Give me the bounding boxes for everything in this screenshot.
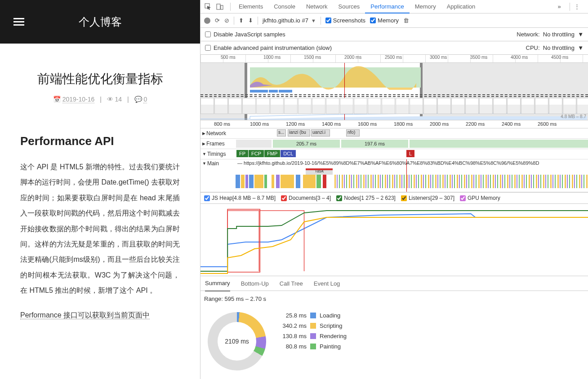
svg-rect-14 xyxy=(303,175,316,188)
summary-donut: 2109 ms xyxy=(208,312,266,370)
view-count: 14 xyxy=(115,96,122,103)
memory-chart[interactable] xyxy=(200,204,588,276)
post-paragraph: Performance 接口可以获取到当前页面中 xyxy=(20,308,180,323)
summary-body: 2109 ms 25.8 msLoading340.2 msScripting1… xyxy=(204,307,584,376)
overview-ruler[interactable]: 500 ms 1000 ms 1500 ms 2000 ms 2500 ms 3… xyxy=(200,55,588,63)
chevron-down-icon[interactable]: ▼ xyxy=(311,18,316,23)
svg-rect-5 xyxy=(241,175,245,188)
svg-rect-4 xyxy=(236,175,240,188)
timings-track[interactable]: ▼ Timings FPFCPFMPDCL L xyxy=(200,149,588,159)
trash-icon[interactable]: 🗑 xyxy=(403,17,409,24)
summary-legend: 25.8 msLoading340.2 msScripting130.8 msR… xyxy=(275,312,347,370)
tab-bottom-up[interactable]: Bottom-Up xyxy=(241,276,269,291)
main-url: — https://jkfhto.github.io/2019-10-16/%E… xyxy=(236,159,588,167)
device-icon[interactable] xyxy=(216,3,224,11)
post-date[interactable]: 2019-10-16 xyxy=(62,96,95,103)
legend-js-heap[interactable]: JS Heap[4.8 MB – 8.7 MB] xyxy=(204,195,276,201)
tab-elements[interactable]: Elements xyxy=(233,0,268,13)
legend-listeners[interactable]: Listeners[29 – 307] xyxy=(401,195,454,201)
svg-rect-1 xyxy=(217,4,220,9)
advanced-paint-row: Enable advanced paint instrumentation (s… xyxy=(200,41,588,55)
tab-console[interactable]: Console xyxy=(268,0,301,13)
svg-rect-16 xyxy=(323,175,326,188)
advanced-paint-checkbox[interactable]: Enable advanced paint instrumentation (s… xyxy=(205,44,332,51)
svg-rect-12 xyxy=(281,175,294,188)
blog-panel: 个人博客 前端性能优化衡量指标 📅 2019-10-16 | 👁 14 | 💬 … xyxy=(0,0,200,379)
overview-pane[interactable]: 4.8 MB – 8.7 xyxy=(200,63,588,120)
menu-icon[interactable] xyxy=(13,18,24,26)
comment-icon: 💬 xyxy=(134,96,142,103)
svg-rect-9 xyxy=(264,175,267,188)
recording-url[interactable]: jkfhto.github.io #7 xyxy=(263,17,308,24)
svg-rect-11 xyxy=(276,175,280,188)
frames-track[interactable]: ▶ Frames 205.7 ms 197.6 ms xyxy=(200,139,588,149)
post-meta: 📅 2019-10-16 | 👁 14 | 💬 0 xyxy=(20,96,180,103)
tab-call-tree[interactable]: Call Tree xyxy=(280,276,303,291)
post-paragraph: 这个 API 是 HTML5 新增的特性。过去我们要统计脚本的运行时间，会使用 … xyxy=(20,159,180,299)
tab-memory[interactable]: Memory xyxy=(410,0,441,13)
svg-rect-7 xyxy=(249,175,254,188)
svg-rect-3 xyxy=(250,67,421,88)
disable-js-row: Disable JavaScript samples Network: No t… xyxy=(200,28,588,41)
svg-rect-6 xyxy=(245,175,248,188)
tab-network[interactable]: Network xyxy=(301,0,333,13)
network-throttle[interactable]: Network: No throttling ▼ xyxy=(517,31,584,38)
site-title: 个人博客 xyxy=(79,15,122,29)
devtools-tabs: Elements Console Network Sources Perform… xyxy=(200,0,588,13)
reload-icon[interactable]: ⟳ xyxy=(215,17,220,24)
flamechart-ruler[interactable]: 800 ms 1000 ms 1200 ms 1400 ms 1600 ms 1… xyxy=(200,120,588,128)
upload-icon[interactable]: ⬆ xyxy=(239,17,244,24)
legend-nodes[interactable]: Nodes[1 275 – 2 623] xyxy=(336,195,396,201)
perf-toolbar: ⟳ ⊘ ⬆ ⬇ jkfhto.github.io #7 ▼ Screenshot… xyxy=(200,13,588,28)
network-track[interactable]: ▶ Network s... ianzi (bu uanzi.i nfo) xyxy=(200,128,588,139)
screenshots-checkbox[interactable]: Screenshots xyxy=(325,17,365,24)
kebab-icon[interactable]: ⋮ xyxy=(573,3,581,11)
memory-legend: JS Heap[4.8 MB – 8.7 MB] Documents[3 – 4… xyxy=(200,192,588,204)
eye-icon: 👁 xyxy=(107,96,113,103)
devtools-panel: Elements Console Network Sources Perform… xyxy=(200,0,588,379)
tab-summary[interactable]: Summary xyxy=(205,276,230,291)
download-icon[interactable]: ⬇ xyxy=(248,17,253,24)
svg-rect-15 xyxy=(316,175,321,188)
donut-total: 2109 ms xyxy=(208,312,266,370)
memory-range-label: 4.8 MB – 8.7 xyxy=(561,114,586,119)
comment-count[interactable]: 0 xyxy=(143,96,147,103)
tab-sources[interactable]: Sources xyxy=(333,0,365,13)
legend-documents[interactable]: Documents[3 – 4] xyxy=(281,195,331,201)
svg-rect-2 xyxy=(221,5,223,9)
post-title: 前端性能优化衡量指标 xyxy=(20,71,180,88)
record-button[interactable] xyxy=(204,18,210,24)
summary-tabs: Summary Bottom-Up Call Tree Event Log xyxy=(200,276,588,291)
main-track[interactable]: ▼ Main — https://jkfhto.github.io/2019-1… xyxy=(200,159,588,192)
legend-row: 340.2 msScripting xyxy=(275,322,347,329)
svg-rect-13 xyxy=(296,175,300,188)
tab-event-log[interactable]: Event Log xyxy=(314,276,340,291)
more-tabs-icon[interactable]: » xyxy=(555,3,563,11)
disable-js-checkbox[interactable]: Disable JavaScript samples xyxy=(205,31,285,38)
clear-icon[interactable]: ⊘ xyxy=(224,17,229,24)
inspect-icon[interactable] xyxy=(204,3,212,11)
blog-header: 个人博客 xyxy=(0,0,200,44)
section-heading: Performance API xyxy=(20,134,180,148)
legend-row: 80.8 msPainting xyxy=(275,343,347,350)
memory-checkbox[interactable]: Memory xyxy=(370,17,399,24)
legend-gpu[interactable]: GPU Memory xyxy=(460,195,500,201)
legend-row: 25.8 msLoading xyxy=(275,312,347,319)
svg-rect-18 xyxy=(227,209,260,272)
tab-application[interactable]: Application xyxy=(441,0,481,13)
legend-row: 130.8 msRendering xyxy=(275,333,347,339)
calendar-icon: 📅 xyxy=(53,96,61,103)
cpu-throttle[interactable]: CPU: No throttling ▼ xyxy=(526,44,584,51)
range-label: Range: 595 ms – 2.70 s xyxy=(204,295,584,302)
tab-performance[interactable]: Performance xyxy=(365,0,409,13)
blog-body: 前端性能优化衡量指标 📅 2019-10-16 | 👁 14 | 💬 0 Per… xyxy=(0,44,200,323)
svg-rect-10 xyxy=(272,175,274,188)
svg-rect-8 xyxy=(254,175,263,188)
